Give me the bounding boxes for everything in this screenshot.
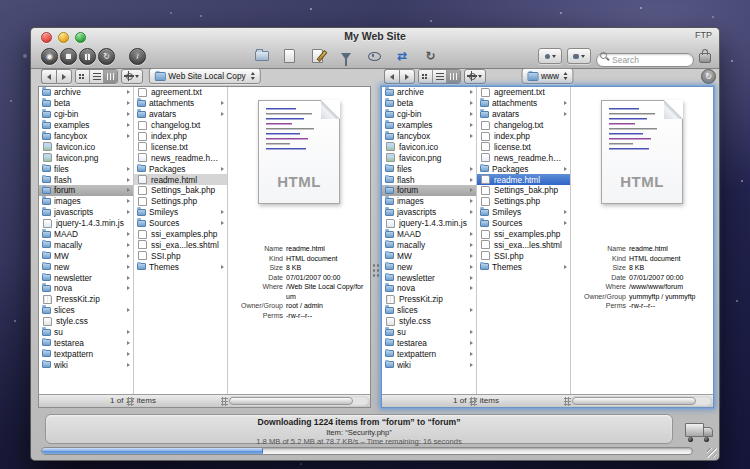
file-row[interactable]: javascripts	[39, 207, 133, 218]
file-row[interactable]: beta	[382, 98, 476, 109]
file-row[interactable]: PressKit.zip	[382, 294, 476, 305]
edit-file-button[interactable]	[309, 48, 326, 64]
redo-button[interactable]: ↻	[98, 48, 115, 65]
column-resize-grip[interactable]	[470, 397, 477, 406]
file-row[interactable]: files	[382, 163, 476, 174]
column-resize-grip[interactable]	[564, 397, 571, 406]
file-row[interactable]: ssi_exa...les.shtml	[477, 239, 570, 250]
file-row[interactable]: Packages	[134, 163, 227, 174]
icon-view-button[interactable]	[76, 70, 90, 83]
file-row[interactable]: news_readme.html	[477, 152, 570, 163]
info-button[interactable]: i	[129, 48, 146, 65]
file-row[interactable]: fancybox	[382, 131, 476, 142]
file-row[interactable]: newsletter	[39, 272, 133, 283]
file-row[interactable]: slices	[382, 305, 476, 316]
remote-file-column[interactable]: agreement.txt attachments avatars	[477, 87, 571, 394]
horizontal-scrollbar[interactable]	[571, 396, 712, 406]
file-row[interactable]: news_readme.html	[134, 152, 227, 163]
file-row[interactable]: slices	[39, 305, 133, 316]
local-path-popup[interactable]: Web Site Local Copy	[148, 68, 260, 84]
file-row[interactable]: Settings_bak.php	[134, 185, 227, 196]
file-row[interactable]: favicon.ico	[382, 141, 476, 152]
column-view-button[interactable]	[104, 70, 117, 83]
pane-refresh-button[interactable]: ↻	[701, 69, 716, 84]
file-row[interactable]: cgi-bin	[382, 109, 476, 120]
file-row[interactable]: nova	[382, 283, 476, 294]
filter-button[interactable]	[337, 48, 354, 64]
synchronize-button[interactable]: ⇄	[394, 48, 411, 64]
file-row[interactable]: archive	[382, 87, 476, 98]
file-row[interactable]: favicon.png	[382, 152, 476, 163]
file-row[interactable]: SSI.php	[134, 250, 227, 261]
file-row[interactable]: avatars	[477, 109, 570, 120]
file-row[interactable]: style.css	[382, 316, 476, 327]
preview-button[interactable]	[366, 48, 383, 64]
file-row[interactable]: changelog.txt	[134, 120, 227, 131]
file-row[interactable]: MW	[39, 250, 133, 261]
file-row[interactable]: fancybox	[39, 131, 133, 142]
file-row[interactable]: wiki	[39, 359, 133, 370]
file-row[interactable]: SSI.php	[477, 250, 570, 261]
file-row[interactable]: macally	[382, 239, 476, 250]
file-row[interactable]: javascripts	[382, 207, 476, 218]
file-row[interactable]: Smileys	[134, 207, 227, 218]
file-row[interactable]: macally	[39, 239, 133, 250]
file-row[interactable]: images	[382, 196, 476, 207]
forward-button[interactable]	[399, 69, 415, 84]
file-row[interactable]: MW	[382, 250, 476, 261]
connect-button[interactable]: ◉	[41, 48, 58, 65]
list-view-button[interactable]	[90, 70, 104, 83]
file-row[interactable]: index.php	[134, 131, 227, 142]
column-resize-grip[interactable]	[221, 397, 228, 406]
horizontal-scrollbar[interactable]	[228, 396, 369, 406]
view-options-popup[interactable]	[538, 48, 562, 64]
file-row[interactable]: examples	[382, 120, 476, 131]
refresh-button[interactable]: ↻	[422, 48, 439, 64]
file-row[interactable]: MAAD	[39, 229, 133, 240]
file-row[interactable]: files	[39, 163, 133, 174]
file-row[interactable]: ssi_exa...les.shtml	[134, 239, 227, 250]
file-row[interactable]: flash	[382, 174, 476, 185]
local-folder-column[interactable]: archive beta cgi-bin	[39, 87, 134, 394]
file-row[interactable]: archive	[39, 87, 133, 98]
file-row[interactable]: style.css	[39, 316, 133, 327]
file-row[interactable]: agreement.txt	[134, 87, 227, 98]
file-row[interactable]: new	[382, 261, 476, 272]
search-input[interactable]	[596, 53, 694, 67]
file-row[interactable]: readme.html	[134, 174, 227, 185]
column-resize-grip[interactable]	[127, 397, 134, 406]
file-row[interactable]: beta	[39, 98, 133, 109]
file-row[interactable]: favicon.png	[39, 152, 133, 163]
file-row[interactable]: MAAD	[382, 229, 476, 240]
scrollbar-thumb[interactable]	[229, 397, 353, 405]
file-row[interactable]: favicon.ico	[39, 141, 133, 152]
actions-popup[interactable]	[567, 48, 591, 64]
file-row[interactable]: forum	[382, 185, 476, 196]
file-row[interactable]: changelog.txt	[477, 120, 570, 131]
file-row[interactable]: index.php	[477, 131, 570, 142]
file-row[interactable]: ssi_examples.php	[134, 229, 227, 240]
file-row[interactable]: Sources	[134, 218, 227, 229]
file-row[interactable]: wiki	[382, 359, 476, 370]
action-gear-button[interactable]	[121, 69, 143, 84]
file-row[interactable]: images	[39, 196, 133, 207]
file-row[interactable]: attachments	[134, 98, 227, 109]
file-row[interactable]: flash	[39, 174, 133, 185]
file-row[interactable]: Settings_bak.php	[477, 185, 570, 196]
remote-folder-column[interactable]: archive beta cgi-bin	[382, 87, 477, 394]
file-row[interactable]: license.txt	[134, 141, 227, 152]
action-gear-button[interactable]	[464, 69, 486, 84]
local-file-column[interactable]: agreement.txt attachments avatars	[134, 87, 228, 394]
file-row[interactable]: new	[39, 261, 133, 272]
file-row[interactable]: examples	[39, 120, 133, 131]
pause-button[interactable]	[79, 48, 96, 65]
column-view-button[interactable]	[447, 70, 460, 83]
file-row[interactable]: forum	[39, 185, 133, 196]
scrollbar-thumb[interactable]	[572, 397, 696, 405]
file-row[interactable]: newsletter	[382, 272, 476, 283]
icon-view-button[interactable]	[419, 70, 433, 83]
list-view-button[interactable]	[433, 70, 447, 83]
file-row[interactable]: Packages	[477, 163, 570, 174]
back-button[interactable]	[41, 69, 56, 84]
new-folder-button[interactable]	[253, 48, 270, 64]
